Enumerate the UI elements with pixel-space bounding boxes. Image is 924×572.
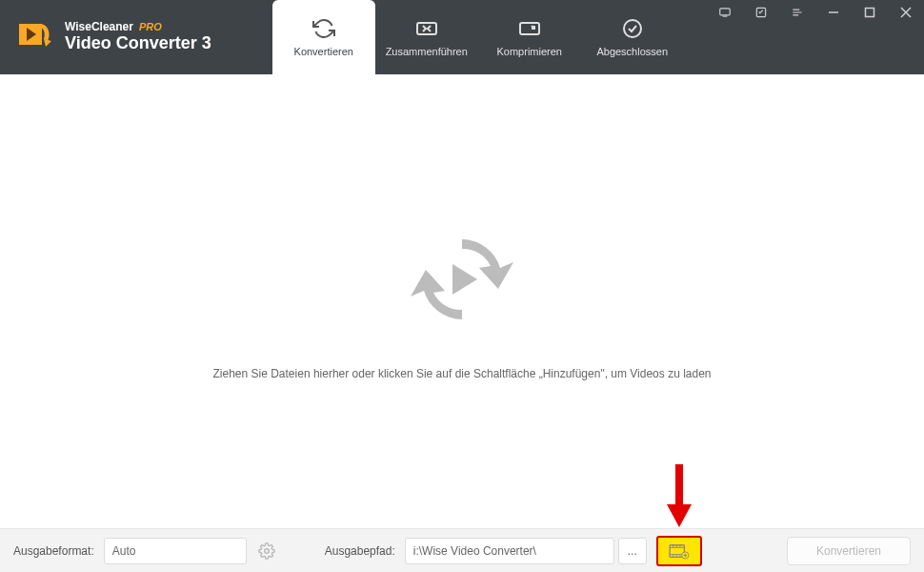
svg-rect-10 bbox=[675, 464, 683, 506]
drop-zone-text: Ziehen Sie Dateien hierher oder klicken … bbox=[212, 367, 711, 380]
svg-point-2 bbox=[624, 20, 641, 37]
browse-button[interactable]: ... bbox=[618, 538, 647, 564]
compress-icon bbox=[518, 17, 541, 40]
video-add-icon bbox=[669, 542, 690, 560]
refresh-play-icon bbox=[405, 222, 519, 340]
convert-button[interactable]: Konvertieren bbox=[787, 537, 911, 565]
gear-icon[interactable] bbox=[256, 541, 277, 562]
maximize-icon[interactable] bbox=[852, 0, 888, 25]
tab-done[interactable]: Abgeschlossen bbox=[581, 0, 684, 74]
tab-label: Komprimieren bbox=[497, 46, 562, 57]
svg-rect-3 bbox=[720, 9, 731, 15]
tab-merge[interactable]: Zusammenführen bbox=[375, 0, 478, 74]
done-icon bbox=[621, 17, 644, 40]
convert-icon bbox=[312, 17, 335, 40]
path-field[interactable]: i:\Wise Video Converter\ bbox=[405, 538, 614, 564]
menu-icon[interactable] bbox=[779, 0, 815, 25]
tab-label: Zusammenführen bbox=[386, 46, 468, 57]
tabs: Konvertieren Zusammenführen Komprimieren… bbox=[272, 0, 684, 74]
logo-area: WiseCleaner PRO Video Converter 3 bbox=[0, 0, 225, 74]
svg-rect-6 bbox=[866, 9, 874, 17]
add-video-button[interactable] bbox=[656, 536, 702, 566]
title-bar: WiseCleaner PRO Video Converter 3 Konver… bbox=[0, 0, 924, 74]
arrow-annotation bbox=[667, 464, 692, 530]
pro-badge: PRO bbox=[139, 21, 162, 33]
window-controls bbox=[707, 0, 924, 25]
format-label: Ausgabeformat: bbox=[13, 544, 94, 558]
minimize-icon[interactable] bbox=[815, 0, 852, 25]
merge-icon bbox=[415, 17, 438, 40]
drop-zone[interactable]: Ziehen Sie Dateien hierher oder klicken … bbox=[0, 74, 924, 528]
format-field[interactable]: Auto bbox=[104, 538, 247, 564]
app-logo-icon bbox=[13, 16, 55, 58]
path-label: Ausgabepfad: bbox=[325, 544, 395, 558]
vendor-name: WiseCleaner bbox=[65, 20, 133, 33]
tab-label: Abgeschlossen bbox=[596, 46, 668, 57]
logo-text: WiseCleaner PRO Video Converter 3 bbox=[65, 20, 211, 54]
svg-rect-1 bbox=[520, 23, 539, 34]
svg-point-9 bbox=[264, 548, 269, 553]
product-name: Video Converter 3 bbox=[65, 33, 211, 54]
tab-convert[interactable]: Konvertieren bbox=[272, 0, 375, 74]
checklist-icon[interactable] bbox=[743, 0, 779, 25]
feedback-icon[interactable] bbox=[707, 0, 743, 25]
tab-label: Konvertieren bbox=[294, 46, 353, 57]
bottom-toolbar: Ausgabeformat: Auto Ausgabepfad: i:\Wise… bbox=[0, 528, 924, 572]
tab-compress[interactable]: Komprimieren bbox=[478, 0, 581, 74]
close-icon[interactable] bbox=[888, 0, 924, 25]
